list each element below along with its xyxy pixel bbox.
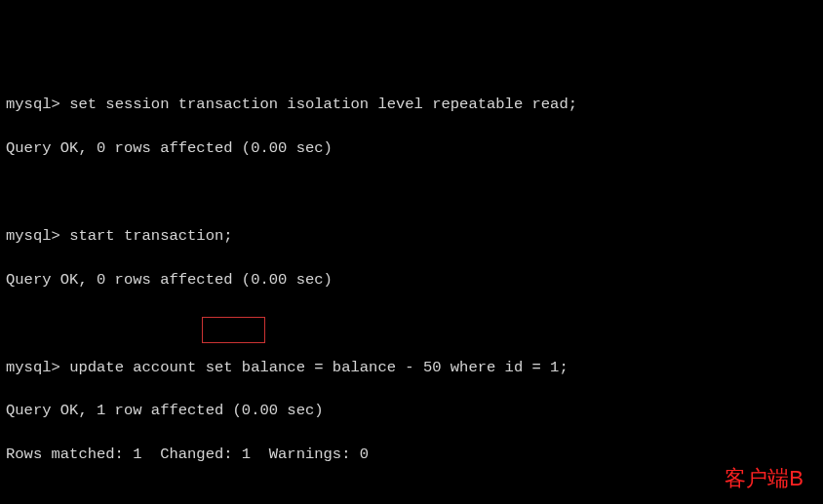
cmd-set-isolation: mysql> set session transaction isolation… bbox=[6, 94, 817, 115]
resp-set-isolation: Query OK, 0 rows affected (0.00 sec) bbox=[6, 137, 817, 159]
resp-update-0: Query OK, 1 row affected (0.00 sec) bbox=[6, 400, 817, 421]
prompt: mysql> bbox=[6, 359, 60, 376]
cmd-start-transaction: mysql> start transaction; bbox=[6, 225, 817, 247]
blank-line bbox=[6, 181, 817, 203]
prompt: mysql> bbox=[6, 96, 60, 113]
prompt: mysql> bbox=[6, 227, 60, 245]
cmd-update: mysql> update account set balance = bala… bbox=[6, 357, 817, 378]
resp-update-1: Rows matched: 1 Changed: 1 Warnings: 0 bbox=[6, 444, 817, 465]
client-label: 客户端B bbox=[725, 463, 803, 494]
blank-line bbox=[6, 313, 817, 334]
resp-start-transaction: Query OK, 0 rows affected (0.00 sec) bbox=[6, 269, 817, 291]
blank-line bbox=[6, 487, 817, 504]
